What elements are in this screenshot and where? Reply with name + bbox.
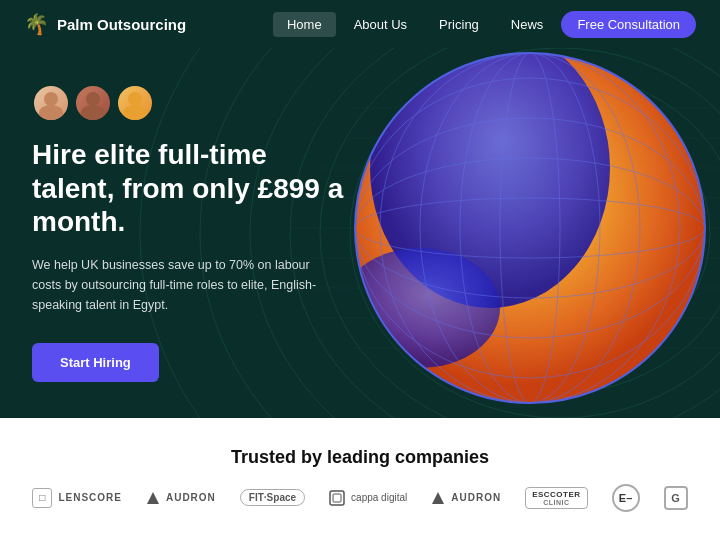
globe [330,48,720,418]
hero-content: Hire elite full-time talent, from only £… [0,84,380,382]
logo: 🌴 Palm Outsourcing [24,12,186,36]
trusted-section: Trusted by leading companies □ LENSCORE … [0,418,720,540]
avatar-1 [32,84,70,122]
logo-esccoter: ESCCOTER CLINIC [525,487,587,509]
hero-section: Hire elite full-time talent, from only £… [0,48,720,418]
company-logos-row: □ LENSCORE AUDRON FIT·Space cappa digita… [32,484,687,512]
svg-marker-43 [432,492,444,504]
nav-cta[interactable]: Free Consultation [561,11,696,38]
logo-fitspace: FIT·Space [240,489,305,506]
svg-point-34 [44,92,58,106]
logo-eminus: E– [612,484,640,512]
svg-point-37 [81,105,105,120]
hero-title: Hire elite full-time talent, from only £… [32,138,348,239]
logo-lenscore: □ LENSCORE [32,488,122,508]
logo-icon: 🌴 [24,12,49,36]
svg-rect-42 [333,494,341,502]
nav-home[interactable]: Home [273,12,336,37]
svg-point-35 [39,105,63,120]
svg-marker-40 [147,492,159,504]
trusted-title: Trusted by leading companies [231,447,489,468]
svg-point-39 [123,105,147,120]
avatar-2 [74,84,112,122]
nav-pricing[interactable]: Pricing [425,12,493,37]
nav-links: Home About Us Pricing News Free Consulta… [273,11,696,38]
brand-name: Palm Outsourcing [57,16,186,33]
start-hiring-button[interactable]: Start Hiring [32,343,159,382]
svg-rect-41 [330,491,344,505]
navbar: 🌴 Palm Outsourcing Home About Us Pricing… [0,0,720,48]
avatars-row [32,84,348,122]
logo-cappa: cappa digital [329,490,407,506]
nav-about[interactable]: About Us [340,12,421,37]
logo-audron-2: AUDRON [431,491,501,505]
hero-subtitle: We help UK businesses save up to 70% on … [32,255,332,315]
logo-audron-1: AUDRON [146,491,216,505]
logo-g: G [664,486,688,510]
svg-point-38 [128,92,142,106]
avatar-3 [116,84,154,122]
nav-news[interactable]: News [497,12,558,37]
svg-point-36 [86,92,100,106]
